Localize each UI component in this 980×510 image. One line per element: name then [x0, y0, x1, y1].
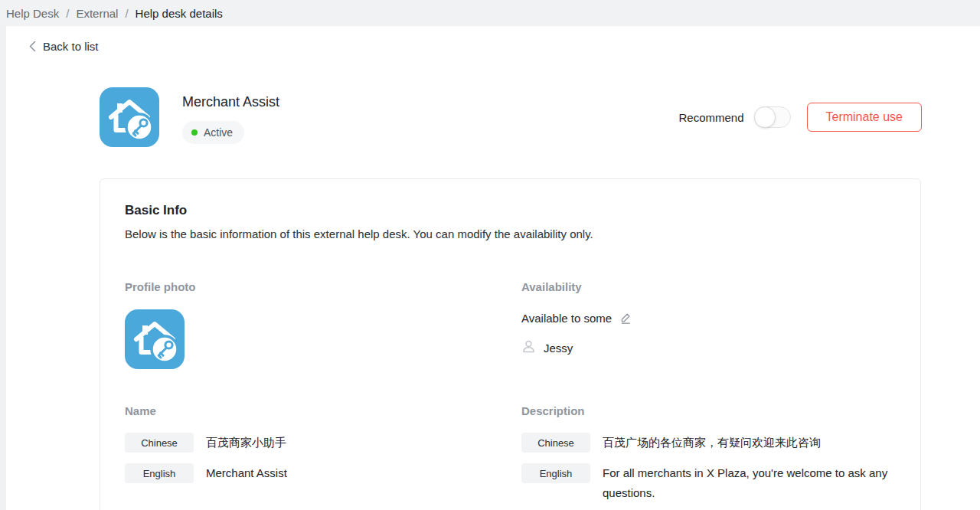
lang-tag-chinese: Chinese: [521, 433, 590, 453]
page-title: Merchant Assist: [182, 93, 279, 110]
basic-info-card: Basic Info Below is the basic informatio…: [100, 178, 921, 510]
description-entry-chinese: Chinese 百茂广场的各位商家，有疑问欢迎来此咨询: [521, 433, 896, 453]
availability-value-row: Available to some: [521, 312, 896, 325]
terminate-use-button[interactable]: Terminate use: [807, 103, 923, 132]
back-to-list-link[interactable]: Back to list: [29, 40, 99, 53]
description-english-value: For all merchants in X Plaza, you're wel…: [603, 463, 896, 503]
availability-section: Availability Available to some: [521, 280, 896, 369]
status-label: Active: [204, 126, 233, 139]
person-icon: [521, 339, 536, 356]
helpdesk-details-page: Help Desk / External / Help desk details…: [0, 0, 980, 510]
toggle-knob: [754, 106, 776, 128]
helpdesk-app-icon: [100, 87, 159, 147]
profile-photo-image: [125, 309, 185, 369]
name-entry-chinese: Chinese 百茂商家小助手: [125, 433, 521, 453]
description-chinese-value: 百茂广场的各位商家，有疑问欢迎来此咨询: [603, 433, 896, 453]
page-left-gutter: [0, 26, 6, 510]
member-name: Jessy: [544, 342, 573, 355]
breadcrumb-item-help-desk[interactable]: Help Desk: [6, 7, 59, 20]
recommend-toggle[interactable]: [754, 106, 791, 128]
back-to-list-label: Back to list: [43, 40, 99, 53]
availability-value: Available to some: [521, 312, 612, 325]
name-english-value: Merchant Assist: [206, 463, 521, 483]
availability-label: Availability: [521, 280, 896, 294]
pencil-edit-icon[interactable]: [619, 312, 632, 325]
breadcrumb-separator: /: [125, 7, 128, 20]
recommend-label: Recommend: [678, 111, 743, 124]
basic-info-subtitle: Below is the basic information of this e…: [125, 227, 896, 241]
lang-tag-chinese: Chinese: [125, 433, 194, 453]
lang-tag-english: English: [521, 463, 590, 483]
description-label: Description: [521, 404, 896, 418]
header-text-block: Merchant Assist Active: [182, 93, 279, 144]
breadcrumb: Help Desk / External / Help desk details: [0, 0, 980, 26]
description-section: Description Chinese 百茂广场的各位商家，有疑问欢迎来此咨询 …: [521, 404, 896, 503]
profile-photo-label: Profile photo: [125, 280, 521, 294]
status-badge: Active: [182, 121, 244, 144]
breadcrumb-separator: /: [66, 7, 69, 20]
chevron-left-icon: [29, 41, 36, 52]
name-label: Name: [125, 404, 521, 418]
lang-tag-english: English: [125, 463, 194, 483]
basic-info-grid: Profile photo Availa: [125, 280, 896, 503]
basic-info-title: Basic Info: [125, 202, 896, 219]
breadcrumb-current-page: Help desk details: [136, 7, 223, 20]
profile-photo-section: Profile photo: [125, 280, 521, 369]
name-chinese-value: 百茂商家小助手: [206, 433, 521, 453]
description-entry-english: English For all merchants in X Plaza, yo…: [521, 463, 896, 503]
status-dot-icon: [191, 129, 198, 136]
header-actions: Recommend Terminate use: [678, 103, 922, 132]
breadcrumb-item-external[interactable]: External: [76, 7, 118, 20]
name-section: Name Chinese 百茂商家小助手 English Merchant As…: [125, 404, 521, 503]
availability-member: Jessy: [521, 339, 896, 356]
name-entry-english: English Merchant Assist: [125, 463, 521, 483]
